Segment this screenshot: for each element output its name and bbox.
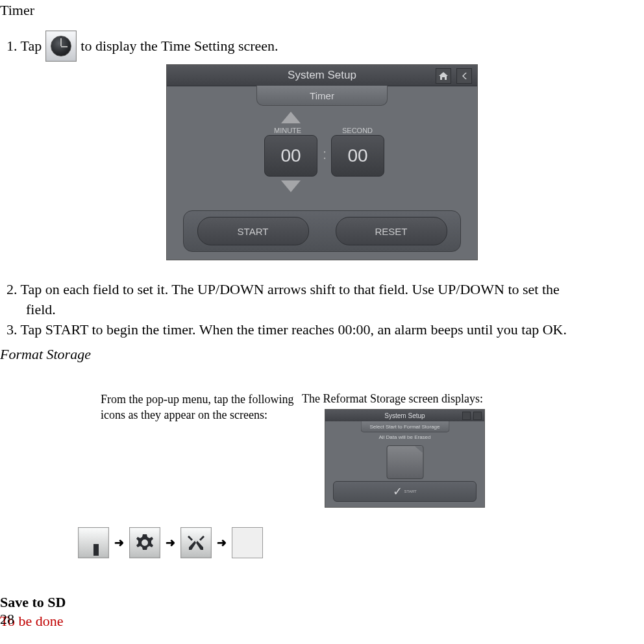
- back-icon[interactable]: [473, 412, 482, 420]
- format-storage-heading: Format Storage: [0, 346, 644, 363]
- step1-post: to display the Time Setting screen.: [80, 38, 278, 55]
- step2-line1: 2. Tap on each field to set it. The UP/D…: [6, 280, 644, 300]
- save-to-sd-heading: Save to SD: [0, 594, 644, 611]
- ss2-title: System Setup: [384, 412, 425, 419]
- arrow-icon: ➜: [217, 536, 227, 550]
- step2-line2: field.: [6, 300, 644, 320]
- check-icon[interactable]: ✓: [393, 484, 402, 499]
- ss2-start-label: START: [404, 489, 416, 493]
- minute-label: MINUTE: [274, 127, 301, 134]
- start-button[interactable]: START: [197, 217, 309, 245]
- home-icon[interactable]: [436, 68, 451, 84]
- reformat-storage-screenshot: System Setup Select Start to Format Stor…: [325, 409, 485, 508]
- ss1-title: System Setup: [288, 69, 356, 82]
- tools-icon: [180, 527, 212, 558]
- empty-icon: [232, 527, 263, 558]
- col1-text: From the pop-up menu, tap the following …: [101, 392, 302, 508]
- page-number: 28: [0, 611, 14, 628]
- ss1-tab: Timer: [256, 86, 388, 106]
- arrow-icon: ➜: [114, 536, 124, 550]
- step1-pre: 1. Tap: [6, 38, 42, 55]
- back-icon[interactable]: [456, 68, 472, 84]
- icon-flow: ➜ ➜ ➜: [78, 527, 644, 558]
- second-field[interactable]: 00: [331, 135, 384, 177]
- down-arrow-icon[interactable]: [281, 180, 301, 192]
- second-label: SECOND: [342, 127, 373, 134]
- up-arrow-icon[interactable]: [281, 112, 301, 123]
- info-icon: [78, 527, 109, 558]
- ss2-panel: ✓ START: [333, 481, 477, 502]
- home-icon[interactable]: [462, 412, 471, 420]
- arrow-icon: ➜: [166, 536, 175, 550]
- timer-clock-icon: [45, 31, 77, 62]
- col2-text: The Reformat Storage screen displays:: [302, 392, 536, 406]
- gear-icon: [129, 527, 160, 558]
- ss2-tab: Select Start to Format Storage: [360, 421, 449, 432]
- step1-line: 1. Tap to display the Time Setting scree…: [6, 31, 644, 62]
- timer-heading: Timer: [0, 2, 644, 19]
- reset-button[interactable]: RESET: [336, 217, 447, 245]
- time-setting-screenshot: System Setup Timer MINUTE SECOND 00 : 00…: [166, 64, 478, 260]
- minute-field[interactable]: 00: [264, 135, 317, 177]
- button-panel: START RESET: [183, 210, 461, 252]
- ss2-sub: All Data will be Erased: [378, 434, 430, 440]
- colon: :: [323, 146, 327, 163]
- to-be-done-note: To be done: [0, 613, 644, 630]
- step3: 3. Tap START to begin the timer. When th…: [6, 320, 644, 340]
- sd-card-icon: [386, 445, 423, 479]
